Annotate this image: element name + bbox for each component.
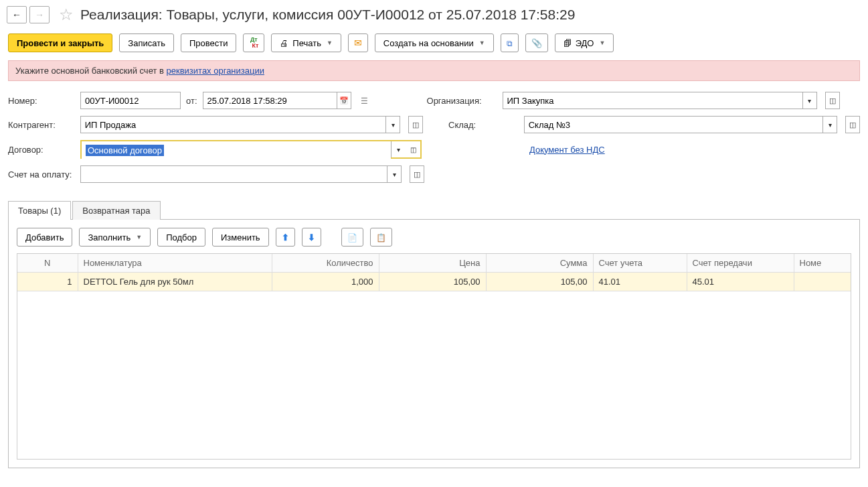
print-button[interactable]: Печать ▼: [271, 33, 341, 52]
post-button[interactable]: Провести: [181, 33, 237, 52]
forward-button[interactable]: →: [29, 6, 50, 23]
contragent-open-button[interactable]: ◫: [408, 116, 423, 133]
dogovor-open-button[interactable]: ◫: [406, 141, 420, 157]
nds-link[interactable]: Документ без НДС: [529, 145, 605, 155]
copy-icon: [347, 232, 357, 242]
calendar-icon: [339, 96, 349, 105]
goods-table: N Номенклатура Количество Цена Сумма Сче…: [17, 253, 851, 460]
main-toolbar: Провести и закрыть Записать Провести ДтК…: [0, 27, 868, 60]
invoice-dropdown-button[interactable]: ▾: [387, 165, 402, 183]
warehouse-open-button[interactable]: ◫: [845, 116, 860, 133]
structure-button[interactable]: [501, 33, 519, 52]
dogovor-dropdown-button[interactable]: ▾: [391, 141, 406, 157]
col-sum[interactable]: Сумма: [486, 254, 593, 273]
warehouse-input[interactable]: [524, 116, 822, 133]
calendar-button[interactable]: [337, 92, 351, 109]
number-input[interactable]: [80, 92, 181, 109]
contragent-input[interactable]: [80, 116, 385, 133]
envelope-icon: [354, 38, 362, 48]
list-icon[interactable]: [361, 96, 368, 106]
edo-icon: [563, 38, 572, 48]
col-extra[interactable]: Номе: [794, 254, 851, 273]
back-button[interactable]: ←: [7, 6, 27, 23]
favorite-icon[interactable]: ☆: [59, 5, 74, 24]
paste-icon: [376, 232, 386, 242]
date-input[interactable]: [203, 92, 337, 109]
invoice-label: Счет на оплату:: [8, 169, 75, 180]
arrow-up-icon: ⬆: [282, 232, 289, 242]
tab-goods[interactable]: Товары (1): [8, 201, 71, 220]
dtkt-button[interactable]: ДтКт: [243, 33, 264, 52]
email-button[interactable]: [348, 33, 368, 52]
invoice-input[interactable]: [80, 165, 387, 183]
dogovor-value: Основной договор: [86, 145, 164, 156]
grid-empty-area: [17, 291, 851, 459]
paperclip-icon: [531, 38, 542, 48]
col-acct2[interactable]: Счет передачи: [687, 254, 794, 273]
copy-button[interactable]: [341, 228, 363, 247]
contragent-label: Контрагент:: [8, 120, 75, 130]
dogovor-input-wrap[interactable]: Основной договор ▾ ◫: [80, 140, 422, 159]
org-open-button[interactable]: ◫: [825, 92, 840, 109]
col-acct[interactable]: Счет учета: [593, 254, 687, 273]
col-n[interactable]: N: [17, 254, 78, 273]
warehouse-label: Склад:: [448, 120, 519, 130]
chevron-down-icon: ▼: [136, 234, 142, 240]
move-down-button[interactable]: ⬇: [302, 228, 321, 247]
change-button[interactable]: Изменить: [212, 228, 269, 247]
from-label: от:: [186, 96, 197, 106]
chevron-down-icon: ▼: [599, 40, 605, 46]
paste-button[interactable]: [370, 228, 392, 247]
printer-icon: [280, 38, 288, 48]
chevron-down-icon: ▼: [479, 40, 485, 46]
create-based-button[interactable]: Создать на основании ▼: [375, 33, 494, 52]
structure-icon: [507, 38, 513, 48]
page-title: Реализация: Товары, услуги, комиссия 00У…: [80, 7, 575, 23]
invoice-open-button[interactable]: ◫: [410, 165, 424, 183]
col-nomen[interactable]: Номенклатура: [78, 254, 272, 273]
attachments-button[interactable]: [525, 33, 548, 52]
org-dropdown-button[interactable]: ▾: [802, 92, 817, 109]
col-price[interactable]: Цена: [379, 254, 486, 273]
add-row-button[interactable]: Добавить: [17, 228, 72, 247]
warning-banner: Укажите основной банковский счет в рекви…: [8, 60, 860, 81]
post-and-close-button[interactable]: Провести и закрыть: [8, 33, 112, 52]
table-row[interactable]: 1 DETTOL Гель для рук 50мл 1,000 105,00 …: [17, 273, 851, 291]
dogovor-label: Договор:: [8, 145, 75, 155]
dtkt-icon: ДтКт: [249, 37, 258, 49]
arrow-down-icon: ⬇: [308, 232, 315, 242]
edo-button[interactable]: ЭДО ▼: [555, 33, 614, 52]
tab-returnable[interactable]: Возвратная тара: [72, 201, 160, 220]
contragent-dropdown-button[interactable]: ▾: [385, 116, 400, 133]
move-up-button[interactable]: ⬆: [276, 228, 295, 247]
org-input[interactable]: [503, 92, 802, 109]
chevron-down-icon: ▼: [327, 40, 333, 46]
fill-button[interactable]: Заполнить ▼: [79, 228, 151, 247]
number-label: Номер:: [8, 96, 75, 106]
tabs: Товары (1) Возвратная тара: [8, 200, 860, 220]
select-button[interactable]: Подбор: [157, 228, 205, 247]
org-label: Организация:: [427, 96, 497, 106]
save-button[interactable]: Записать: [119, 33, 174, 52]
org-requisites-link[interactable]: реквизитах организации: [167, 66, 264, 76]
warehouse-dropdown-button[interactable]: ▾: [822, 116, 837, 133]
col-qty[interactable]: Количество: [272, 254, 379, 273]
